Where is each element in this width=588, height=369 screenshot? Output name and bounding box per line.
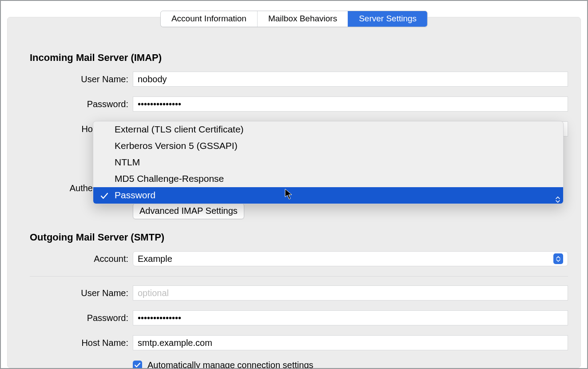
auth-option-kerberos[interactable]: Kerberos Version 5 (GSSAPI) — [93, 138, 563, 154]
incoming-username-input[interactable] — [133, 72, 568, 87]
incoming-username-label: User Name: — [30, 74, 133, 84]
auth-dropdown[interactable]: External (TLS client Certificate) Kerber… — [93, 121, 564, 204]
tab-mailbox-behaviors[interactable]: Mailbox Behaviors — [258, 11, 348, 27]
outgoing-account-value: Example — [138, 254, 172, 264]
updown-caret-icon — [555, 196, 560, 204]
outgoing-hostname-label: Host Name: — [30, 338, 133, 348]
outgoing-section-title: Outgoing Mail Server (SMTP) — [30, 232, 568, 243]
check-icon — [100, 190, 109, 199]
auth-option-label: MD5 Challenge-Response — [115, 173, 224, 184]
auto-manage-checkbox[interactable] — [133, 361, 142, 369]
auth-option-label: External (TLS client Certificate) — [115, 124, 244, 134]
incoming-password-label: Password: — [30, 99, 133, 109]
incoming-section-title: Incoming Mail Server (IMAP) — [30, 52, 568, 64]
outgoing-password-label: Password: — [30, 313, 133, 323]
auto-manage-label: Automatically manage connection settings — [147, 360, 314, 369]
advanced-imap-settings-button[interactable]: Advanced IMAP Settings — [133, 203, 244, 219]
outgoing-username-input[interactable] — [133, 285, 568, 301]
outgoing-username-label: User Name: — [30, 288, 133, 298]
outgoing-password-input[interactable] — [133, 310, 568, 325]
auth-option-label: NTLM — [115, 157, 140, 167]
divider — [30, 276, 568, 277]
updown-caret-icon — [553, 253, 563, 264]
auth-option-label: Password — [115, 190, 155, 200]
auth-option-ntlm[interactable]: NTLM — [93, 154, 563, 171]
auth-option-md5[interactable]: MD5 Challenge-Response — [93, 171, 563, 187]
tab-server-settings[interactable]: Server Settings — [348, 11, 427, 27]
incoming-password-input[interactable] — [133, 96, 568, 112]
outgoing-account-select[interactable]: Example — [133, 251, 568, 266]
auth-option-label: Kerberos Version 5 (GSSAPI) — [115, 140, 238, 151]
outgoing-hostname-input[interactable] — [133, 335, 568, 350]
auth-option-external[interactable]: External (TLS client Certificate) — [93, 121, 563, 138]
outgoing-account-label: Account: — [30, 254, 133, 264]
check-icon — [135, 363, 140, 368]
preferences-window: Account Information Mailbox Behaviors Se… — [0, 0, 588, 369]
auth-option-password[interactable]: Password — [93, 187, 563, 204]
tab-bar: Account Information Mailbox Behaviors Se… — [160, 11, 428, 27]
tab-account-information[interactable]: Account Information — [161, 11, 258, 27]
